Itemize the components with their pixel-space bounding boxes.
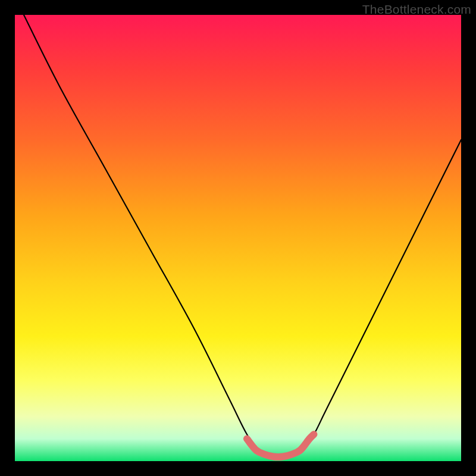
curve-line <box>24 15 461 458</box>
sweet-spot-highlight <box>247 434 314 457</box>
chart-plot-area <box>15 15 461 461</box>
chart-svg <box>15 15 461 461</box>
